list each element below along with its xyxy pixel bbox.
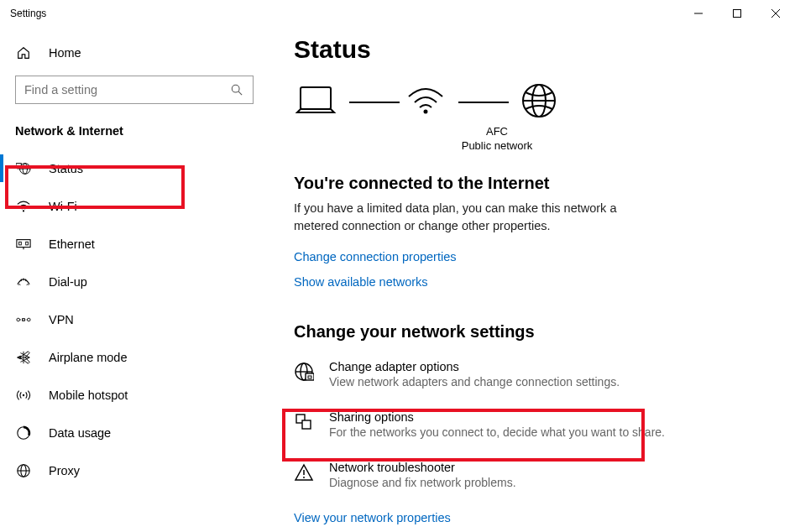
home-label: Home [49, 46, 81, 60]
svg-point-21 [28, 318, 31, 321]
network-caption: AFC Public network [371, 125, 623, 154]
vpn-icon [15, 314, 32, 326]
nav-label: VPN [49, 313, 74, 326]
wifi-icon [15, 200, 32, 213]
wifi-large-icon [405, 85, 447, 119]
diagram-line [458, 102, 509, 103]
nav-label: Wi-Fi [49, 200, 77, 213]
svg-rect-23 [23, 318, 25, 321]
search-icon [231, 84, 244, 96]
option-desc: For the networks you connect to, decide … [329, 425, 761, 439]
globe-large-icon [520, 82, 557, 122]
svg-point-20 [17, 318, 20, 321]
nav-item-proxy[interactable]: Proxy [0, 451, 269, 489]
ethernet-icon [15, 238, 32, 250]
airplane-icon [15, 350, 32, 365]
svg-line-5 [238, 91, 242, 95]
search-input[interactable] [24, 83, 231, 96]
svg-rect-1 [734, 10, 741, 18]
warning-icon [294, 461, 314, 489]
svg-rect-16 [26, 242, 29, 245]
option-desc: Diagnose and fix network problems. [329, 476, 761, 489]
option-title: Sharing options [329, 410, 761, 424]
maximize-button[interactable] [718, 0, 756, 27]
option-title: Change adapter options [329, 360, 761, 373]
nav-label: Ethernet [49, 237, 95, 251]
svg-point-30 [424, 110, 428, 114]
window-controls [679, 0, 795, 27]
nav-item-data-usage[interactable]: Data usage [0, 414, 269, 451]
nav-item-dialup[interactable]: Dial-up [0, 263, 269, 300]
nav-label: Data usage [49, 426, 111, 440]
view-properties-link[interactable]: View your network properties [294, 511, 451, 524]
diagram-line [349, 102, 400, 103]
show-networks-link[interactable]: Show available networks [294, 275, 428, 289]
window-title: Settings [10, 8, 679, 19]
sharing-icon [294, 410, 314, 439]
nav-item-wifi[interactable]: Wi-Fi [0, 187, 269, 225]
option-title: Network troubleshooter [329, 461, 761, 474]
titlebar: Settings [0, 0, 795, 27]
data-usage-icon [15, 425, 32, 441]
svg-rect-9 [16, 163, 21, 167]
close-button[interactable] [756, 0, 795, 27]
adapter-icon [294, 360, 314, 389]
home-icon [15, 45, 32, 60]
settings-heading: Change your network settings [294, 322, 761, 342]
nav-item-status[interactable]: Status [0, 149, 269, 187]
globe-status-icon [15, 161, 32, 176]
option-adapter[interactable]: Change adapter options View network adap… [294, 360, 761, 389]
nav-item-vpn[interactable]: VPN [0, 300, 269, 338]
svg-point-42 [303, 477, 305, 478]
svg-rect-29 [301, 87, 331, 109]
nav-label: Proxy [49, 464, 80, 477]
sidebar: Home Network & Internet Status Wi-Fi [0, 27, 269, 532]
page-title: Status [294, 35, 761, 64]
minimize-button[interactable] [679, 0, 718, 27]
option-desc: View network adapters and change connect… [329, 375, 761, 389]
option-troubleshooter[interactable]: Network troubleshooter Diagnose and fix … [294, 461, 761, 489]
hotspot-icon [15, 389, 32, 402]
svg-point-12 [23, 210, 24, 211]
nav-item-hotspot[interactable]: Mobile hotspot [0, 376, 269, 414]
svg-rect-40 [302, 420, 311, 429]
network-name: AFC [486, 125, 508, 139]
globe-icon [15, 463, 32, 478]
content: Status AFC Public [269, 27, 795, 532]
svg-rect-15 [19, 242, 22, 245]
option-sharing[interactable]: Sharing options For the networks you con… [294, 410, 761, 439]
svg-rect-37 [306, 373, 314, 380]
nav-label: Dial-up [49, 275, 87, 289]
connected-body: If you have a limited data plan, you can… [294, 200, 646, 235]
nav-item-ethernet[interactable]: Ethernet [0, 225, 269, 263]
change-properties-link[interactable]: Change connection properties [294, 250, 456, 263]
nav-item-airplane[interactable]: Airplane mode [0, 338, 269, 376]
svg-point-24 [23, 394, 24, 395]
nav-label: Airplane mode [49, 351, 128, 364]
laptop-icon [294, 84, 337, 120]
search-input-wrap[interactable] [15, 76, 254, 104]
home-button[interactable]: Home [0, 37, 269, 69]
nav-label: Status [49, 162, 83, 175]
nav-label: Mobile hotspot [49, 389, 128, 402]
network-diagram [294, 82, 557, 122]
dialup-icon [15, 276, 32, 288]
connected-heading: You're connected to the Internet [294, 174, 761, 193]
network-type: Public network [462, 139, 533, 154]
svg-point-4 [232, 85, 239, 92]
section-header: Network & Internet [0, 116, 269, 149]
